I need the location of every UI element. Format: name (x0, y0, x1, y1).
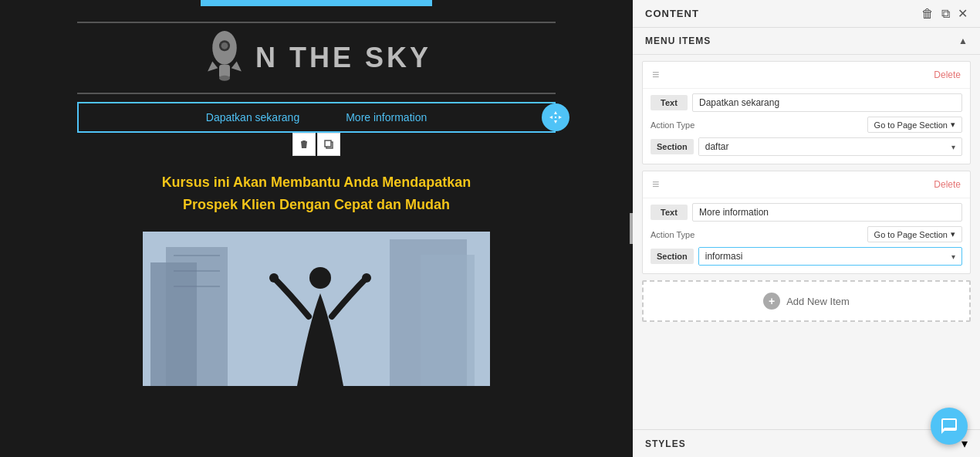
action-type-chevron-2: ▾ (951, 229, 955, 239)
svg-rect-8 (325, 140, 331, 147)
svg-rect-14 (174, 255, 220, 256)
menu-item-1: ≡ Delete Text Action Type Go to Page Sec… (642, 61, 971, 164)
section-dropdown-arrow-2[interactable]: ▾ (945, 249, 961, 264)
drag-handle-2[interactable]: ≡ (652, 178, 659, 191)
section-field-row-1: Section ▾ (651, 137, 962, 156)
logo-text: N THE SKY (255, 42, 431, 74)
action-type-row-1: Action Type Go to Page Section ▾ (651, 117, 962, 133)
svg-point-18 (269, 273, 279, 283)
section-input-1[interactable] (699, 138, 945, 155)
add-new-icon: + (763, 293, 780, 310)
menu-item-1-text-field: Text (651, 93, 962, 112)
canvas-content: N THE SKY Dapatkan sekarang More informa… (0, 6, 633, 401)
svg-rect-15 (174, 270, 220, 272)
styles-bar[interactable]: STYLES ▾ (633, 429, 980, 457)
trash-icon[interactable]: 🗑 (921, 7, 934, 21)
menu-item-2-text-field: Text (651, 203, 962, 222)
svg-rect-16 (174, 286, 220, 287)
action-type-label-1: Action Type (651, 120, 694, 130)
section-dropdown-arrow-1[interactable]: ▾ (945, 140, 961, 154)
menu-item-1-top: ≡ Delete (643, 62, 970, 89)
collapse-panel-btn[interactable]: › (630, 213, 633, 244)
section-dropdown-1[interactable]: ▾ (698, 137, 962, 156)
nav-link-dapatkan[interactable]: Dapatkan sekarang (206, 111, 299, 124)
section-label-2: Section (651, 249, 694, 264)
add-new-label: Add New Item (786, 296, 850, 307)
section-input-2[interactable] (699, 248, 945, 265)
text-label-1: Text (651, 95, 688, 110)
chevron-up-icon: ▲ (958, 36, 968, 46)
section-field-row-2: Section ▾ (651, 247, 962, 266)
action-type-label-2: Action Type (651, 230, 694, 239)
menu-item-2: ≡ Delete Text Action Type Go to Page Sec… (642, 171, 971, 274)
logo-rocket-icon (201, 31, 248, 85)
section-dropdown-2[interactable]: ▾ (698, 247, 962, 266)
section-label-1: Section (651, 139, 694, 154)
panel-header-icons: 🗑 ⧉ ✕ (921, 6, 968, 21)
panel-body: MENU ITEMS ▲ ≡ Delete Text Action Type G… (633, 28, 980, 429)
styles-label: STYLES (645, 438, 686, 449)
menu-items-section-header[interactable]: MENU ITEMS ▲ (633, 28, 980, 55)
canvas-top-bar (201, 0, 432, 6)
chat-bubble-btn[interactable] (931, 408, 968, 445)
action-type-select-1[interactable]: Go to Page Section ▾ (867, 117, 962, 133)
close-icon[interactable]: ✕ (958, 6, 968, 21)
hero-image (143, 232, 490, 386)
svg-point-19 (362, 273, 371, 283)
nav-action-bar (292, 133, 340, 156)
panel-title: CONTENT (645, 8, 699, 19)
panel-header: CONTENT 🗑 ⧉ ✕ (633, 0, 980, 28)
add-new-item-btn[interactable]: + Add New Item (642, 280, 971, 322)
nav-bar[interactable]: Dapatkan sekarang More information (77, 102, 556, 133)
delete-btn-2[interactable]: Delete (934, 179, 961, 190)
right-panel: CONTENT 🗑 ⧉ ✕ MENU ITEMS ▲ ≡ Delete Text… (633, 0, 980, 457)
text-input-2[interactable] (692, 203, 962, 222)
nav-move-handle[interactable] (542, 103, 569, 131)
copy-icon[interactable]: ⧉ (941, 7, 950, 21)
logo-area: N THE SKY (77, 22, 556, 94)
text-label-2: Text (651, 205, 688, 220)
nav-duplicate-btn[interactable] (317, 133, 340, 156)
delete-btn-1[interactable]: Delete (934, 69, 961, 80)
canvas-area: N THE SKY Dapatkan sekarang More informa… (0, 0, 633, 457)
svg-point-6 (219, 76, 230, 81)
menu-items-title: MENU ITEMS (645, 36, 711, 46)
svg-point-17 (309, 267, 331, 289)
nav-link-more-info[interactable]: More information (346, 111, 427, 124)
svg-point-2 (221, 42, 228, 49)
menu-item-2-top: ≡ Delete (643, 171, 970, 198)
nav-delete-btn[interactable] (292, 133, 316, 156)
svg-marker-4 (231, 61, 242, 71)
svg-rect-13 (421, 255, 475, 386)
svg-marker-3 (208, 61, 218, 71)
action-type-select-2[interactable]: Go to Page Section ▾ (867, 226, 962, 242)
svg-rect-11 (150, 262, 197, 386)
drag-handle-1[interactable]: ≡ (652, 68, 659, 82)
action-type-row-2: Action Type Go to Page Section ▾ (651, 226, 962, 242)
text-input-1[interactable] (692, 93, 962, 112)
hero-text: Kursus ini Akan Membantu Anda Mendapatka… (77, 171, 556, 216)
action-type-chevron-1: ▾ (951, 120, 955, 130)
